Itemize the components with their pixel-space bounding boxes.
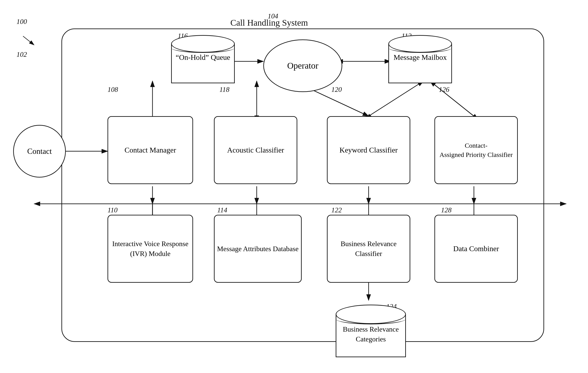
- business-relevance-categories-cylinder: Business Relevance Categories: [336, 305, 406, 357]
- contact-assigned-label: Contact- Assigned Priority Classifier: [440, 141, 513, 159]
- data-combiner-label: Data Combiner: [453, 243, 499, 254]
- business-relevance-classifier-label: Business Relevance Classifier: [327, 239, 410, 259]
- data-combiner-box: Data Combiner: [434, 215, 518, 283]
- acoustic-classifier-box: Acoustic Classifier: [214, 116, 297, 184]
- contact-manager-box: Contact Manager: [107, 116, 193, 184]
- operator-node: Operator: [263, 40, 342, 92]
- ref-100-label: 100: [16, 18, 27, 26]
- ivr-module-label: Interactive Voice Response (IVR) Module: [108, 239, 192, 259]
- contact-manager-label: Contact Manager: [124, 145, 176, 155]
- keyword-classifier-box: Keyword Classifier: [327, 116, 410, 184]
- diagram: 100 102 104 106 108 110 112 114 116 118 …: [0, 0, 588, 373]
- onhold-queue-label: “On-Hold” Queue: [171, 53, 235, 62]
- business-relevance-classifier-box: Business Relevance Classifier: [327, 215, 410, 283]
- message-attributes-db-box: Message Attributes Database: [214, 215, 302, 283]
- message-attributes-db-label: Message Attributes Database: [217, 244, 298, 254]
- contact-assigned-classifier-box: Contact- Assigned Priority Classifier: [434, 116, 518, 184]
- acoustic-classifier-label: Acoustic Classifier: [227, 145, 284, 155]
- contact-node: Contact: [13, 125, 66, 178]
- contact-label: Contact: [27, 146, 52, 156]
- message-mailbox-cylinder: Message Mailbox: [388, 35, 452, 83]
- business-relevance-categories-label: Business Relevance Categories: [336, 324, 406, 344]
- keyword-classifier-label: Keyword Classifier: [339, 145, 398, 155]
- onhold-queue-cylinder: “On-Hold” Queue: [171, 35, 235, 83]
- svg-line-25: [23, 36, 34, 45]
- business-relevance-categories-text: Business Relevance Categories: [336, 324, 406, 344]
- call-handling-system-label: Call Handling System: [230, 18, 308, 28]
- ref-102-label: 102: [16, 50, 27, 59]
- message-mailbox-text: Message Mailbox: [394, 53, 447, 62]
- onhold-queue-text: “On-Hold” Queue: [176, 53, 230, 62]
- ivr-module-box: Interactive Voice Response (IVR) Module: [107, 215, 193, 283]
- operator-label: Operator: [287, 60, 318, 71]
- message-mailbox-label: Message Mailbox: [388, 53, 452, 62]
